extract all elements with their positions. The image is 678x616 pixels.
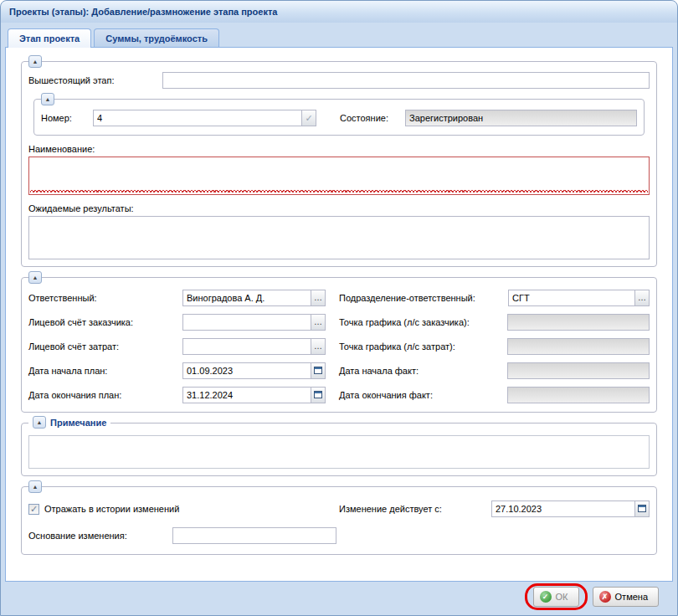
date-start-plan-input[interactable] (182, 362, 311, 379)
calendar-icon (638, 505, 646, 512)
date-end-fact-readonly-field (507, 387, 650, 403)
form-panel: ▲ Вышестоящий этап: ▲ Номер: ✓ (5, 47, 673, 582)
customer-account-input[interactable] (182, 314, 311, 331)
ok-check-icon: ✓ (540, 591, 552, 603)
state-label: Состояние: (340, 113, 405, 123)
check-icon: ✓ (305, 113, 312, 123)
date-start-plan-label: Дата начала план: (28, 366, 182, 376)
ellipsis-icon: … (314, 293, 322, 302)
checkbox-check-icon: ✓ (30, 504, 38, 514)
change-date-label: Изменение действует с: (339, 504, 491, 514)
collapse-details-button[interactable]: ▲ (28, 271, 42, 284)
note-textarea[interactable] (28, 435, 650, 469)
ellipsis-icon: … (314, 317, 322, 326)
window-title: Проекты (этапы): Добавление/размножение … (9, 7, 277, 17)
expected-results-label: Ожидаемые результаты: (28, 203, 650, 213)
name-invalid-wrap (28, 157, 650, 195)
department-label: Подразделение-ответственный: (326, 293, 508, 303)
number-check-trigger[interactable]: ✓ (301, 110, 316, 126)
tab-sums-label: Суммы, трудоёмкость (105, 33, 208, 44)
customer-account-label: Лицевой счёт заказчика: (28, 317, 182, 327)
customer-point-label: Точка графика (л/с заказчика): (326, 317, 507, 327)
date-end-plan-label: Дата окончания план: (28, 390, 182, 400)
tab-sums[interactable]: Суммы, трудоёмкость (94, 28, 219, 47)
name-textarea[interactable] (28, 157, 650, 195)
calendar-icon (314, 367, 322, 374)
collapse-history-button[interactable]: ▲ (28, 480, 42, 493)
footer-toolbar: ✓ ОК ✗ Отмена (1, 582, 677, 615)
name-label: Наименование: (28, 144, 650, 154)
collapse-arrow-icon: ▲ (33, 484, 39, 490)
tab-bar: Этап проекта Суммы, трудоёмкость (1, 23, 677, 47)
cost-point-label: Точка графика (л/с затрат): (326, 341, 507, 352)
history-checkbox[interactable]: ✓ (28, 504, 39, 515)
ok-button-label: ОК (556, 592, 568, 602)
responsible-picker-button[interactable]: … (311, 290, 326, 306)
expected-results-textarea[interactable] (28, 216, 650, 259)
parent-stage-row: Вышестоящий этап: (28, 72, 650, 89)
responsible-row: Ответственный: … Подразделение-ответстве… (28, 290, 650, 306)
collapse-arrow-icon: ▲ (37, 419, 43, 425)
parent-stage-input[interactable] (162, 72, 650, 89)
date-start-plan-trigger[interactable] (311, 362, 326, 379)
change-reason-label: Основание изменения: (28, 531, 172, 541)
ok-highlight-annotation: ✓ ОК (525, 583, 588, 610)
cost-account-picker-button[interactable]: … (311, 338, 326, 355)
date-start-fact-label: Дата начала факт: (326, 366, 507, 376)
calendar-icon (314, 391, 322, 398)
collapse-note-button[interactable]: ▲ (33, 416, 46, 429)
collapse-stage-info-button[interactable]: ▲ (28, 55, 42, 68)
cancel-button[interactable]: ✗ Отмена (593, 587, 659, 607)
tab-stage-label: Этап проекта (19, 33, 80, 44)
date-end-row: Дата окончания план: Дата окончания факт… (28, 387, 650, 403)
tab-stage[interactable]: Этап проекта (8, 28, 91, 48)
stage-info-fieldset: ▲ Вышестоящий этап: ▲ Номер: ✓ (21, 61, 657, 267)
cost-account-label: Лицевой счёт затрат: (28, 341, 182, 352)
cancel-button-label: Отмена (615, 592, 648, 602)
parent-stage-label: Вышестоящий этап: (28, 75, 162, 85)
responsible-input[interactable] (182, 290, 311, 306)
cost-point-readonly-field (507, 338, 650, 355)
number-state-fieldset: ▲ Номер: ✓ Состояние: (33, 99, 645, 136)
collapse-number-state-button[interactable]: ▲ (41, 93, 54, 105)
note-legend-text: Примечание (50, 418, 106, 428)
ellipsis-icon: … (638, 293, 646, 302)
history-checkbox-label: Отражать в истории изменений (44, 504, 179, 514)
change-reason-row: Основание изменения: (28, 527, 650, 544)
customer-point-readonly-field (507, 314, 650, 331)
date-start-row: Дата начала план: Дата начала факт: (28, 362, 650, 379)
cancel-cross-icon: ✗ (599, 591, 611, 603)
date-end-plan-trigger[interactable] (311, 387, 326, 403)
ok-button[interactable]: ✓ ОК (533, 587, 579, 607)
window-titlebar[interactable]: Проекты (этапы): Добавление/размножение … (1, 1, 677, 23)
responsible-label: Ответственный: (28, 293, 182, 303)
change-date-input[interactable] (491, 501, 635, 517)
department-picker-button[interactable]: … (634, 290, 650, 306)
details-fieldset: ▲ Ответственный: … Подразделение-ответст… (21, 277, 657, 413)
collapse-arrow-icon: ▲ (33, 275, 39, 280)
history-fieldset: ▲ ✓ Отражать в истории изменений Изменен… (21, 486, 657, 555)
cost-account-row: Лицевой счёт затрат: … Точка графика (л/… (28, 338, 650, 355)
note-fieldset: ▲ Примечание (21, 423, 657, 476)
cost-account-input[interactable] (182, 338, 311, 355)
dialog-window: Проекты (этапы): Добавление/размножение … (0, 0, 678, 616)
change-date-trigger[interactable] (634, 501, 650, 517)
number-input[interactable] (93, 110, 302, 126)
note-legend: ▲ Примечание (28, 416, 110, 429)
date-start-fact-readonly-field (507, 362, 650, 379)
ellipsis-icon: … (314, 341, 322, 351)
date-end-fact-label: Дата окончания факт: (326, 390, 507, 400)
date-end-plan-input[interactable] (182, 387, 311, 403)
department-input[interactable] (508, 290, 635, 306)
number-state-row: Номер: ✓ Состояние: (41, 110, 637, 126)
change-reason-input[interactable] (172, 527, 336, 544)
customer-account-picker-button[interactable]: … (311, 314, 326, 331)
state-readonly-field (405, 110, 637, 126)
collapse-arrow-icon: ▲ (45, 96, 51, 102)
customer-account-row: Лицевой счёт заказчика: … Точка графика … (28, 314, 650, 331)
number-label: Номер: (41, 113, 93, 123)
collapse-arrow-icon: ▲ (33, 59, 39, 64)
history-row: ✓ Отражать в истории изменений Изменение… (28, 501, 650, 517)
